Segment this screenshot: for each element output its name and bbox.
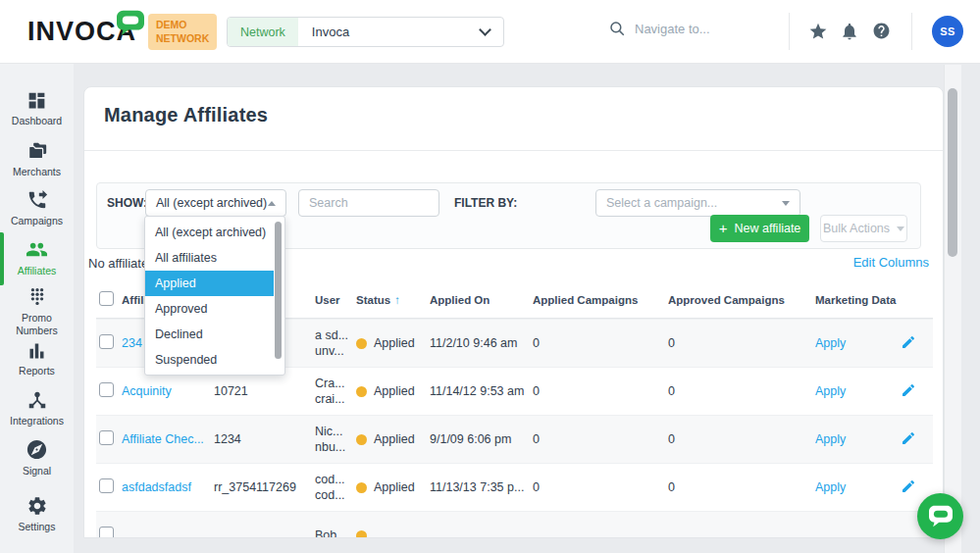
dropdown-option-highlighted[interactable]: Applied <box>145 271 274 296</box>
invoca-bubble-icon <box>116 10 145 41</box>
affiliate-id: rr_3754117269 <box>214 480 315 494</box>
gear-icon <box>26 495 48 517</box>
row-checkbox[interactable] <box>99 430 114 445</box>
show-filter-select[interactable]: All (except archived) <box>145 189 286 217</box>
show-label: SHOW: <box>107 196 147 210</box>
campaigns-icon <box>26 189 48 211</box>
caret-down-icon <box>897 226 904 231</box>
bell-icon[interactable] <box>840 22 859 45</box>
dropdown-option[interactable]: Declined <box>145 322 274 347</box>
page-scrollbar-track[interactable] <box>944 65 961 553</box>
campaign-filter-select[interactable]: Select a campaign... <box>595 189 800 217</box>
sidebar-item-integrations[interactable]: Integrations <box>0 389 74 427</box>
compass-icon <box>26 438 48 461</box>
header-divider <box>911 13 912 50</box>
dropdown-option[interactable]: Suspended <box>145 347 274 373</box>
sidebar-item-dashboard[interactable]: Dashboard <box>0 90 74 127</box>
sidebar-item-reports[interactable]: Reports <box>0 340 74 377</box>
applied-campaigns-count: 0 <box>533 480 668 494</box>
edit-pencil-icon[interactable] <box>901 478 916 494</box>
sidebar-item-campaigns[interactable]: Campaigns <box>0 189 74 227</box>
edit-pencil-icon[interactable] <box>901 382 916 398</box>
network-selector[interactable]: Network Invoca <box>227 17 504 47</box>
column-applied-on[interactable]: Applied On <box>430 294 533 306</box>
approved-campaigns-count: 0 <box>668 384 815 398</box>
affiliate-user: a sd...unv... <box>315 327 356 360</box>
edit-columns-link[interactable]: Edit Columns <box>853 255 929 270</box>
status-dot-icon <box>356 386 367 397</box>
affiliate-id: 1234 <box>214 432 315 446</box>
affiliate-name-link[interactable]: Affiliate Chec... <box>122 432 214 446</box>
plus-icon: + <box>719 220 728 236</box>
row-checkbox[interactable] <box>99 334 114 349</box>
new-affiliate-button[interactable]: + New affiliate <box>710 215 809 242</box>
edit-pencil-icon[interactable] <box>901 430 916 446</box>
row-checkbox[interactable] <box>99 478 114 493</box>
applied-campaigns-count: 0 <box>533 384 668 398</box>
apply-link[interactable]: Apply <box>815 432 901 446</box>
help-icon[interactable] <box>872 22 891 44</box>
affiliate-search-input[interactable] <box>298 189 439 217</box>
sidebar-item-merchants[interactable]: Merchants <box>0 140 74 178</box>
divider <box>84 150 943 151</box>
sidebar-item-settings[interactable]: Settings <box>0 495 74 533</box>
sidebar-item-signal[interactable]: Signal <box>0 438 74 478</box>
row-checkbox[interactable] <box>99 382 114 397</box>
select-all-checkbox[interactable] <box>99 291 114 306</box>
status-badge: Applied <box>356 336 430 350</box>
bulk-actions-button[interactable]: Bulk Actions <box>820 215 907 242</box>
dropdown-scrollbar-thumb[interactable] <box>275 222 282 359</box>
applied-on: 11/13/13 7:35 p... <box>430 480 533 494</box>
dropdown-option[interactable]: All (except archived) <box>145 220 274 245</box>
merchants-icon <box>26 140 48 162</box>
page-title: Manage Affiliates <box>104 104 268 126</box>
affiliate-name-link[interactable]: Acquinity <box>122 384 214 398</box>
column-status[interactable]: Status↑ <box>356 294 430 306</box>
sidebar: Dashboard Merchants Campaigns Affiliates… <box>0 64 74 553</box>
column-marketing-data[interactable]: Marketing Data <box>815 294 901 306</box>
sidebar-item-affiliates[interactable]: Affiliates <box>0 238 74 277</box>
apply-link[interactable]: Apply <box>815 336 901 350</box>
caret-up-icon <box>268 201 276 206</box>
affiliate-user: Bob... <box>315 528 356 538</box>
dropdown-option[interactable]: Approved <box>145 296 274 322</box>
show-filter-dropdown: All (except archived) All affiliates App… <box>144 216 285 376</box>
apply-link[interactable]: Apply <box>815 480 901 494</box>
status-dot-icon <box>356 530 367 539</box>
status-dot-icon <box>356 434 367 445</box>
top-header: INVOCA DEMO NETWORK Network Invoca SS <box>0 0 980 64</box>
table-row: Bob... <box>96 511 933 538</box>
column-approved-campaigns[interactable]: Approved Campaigns <box>668 294 815 306</box>
navigate-to-input[interactable] <box>635 22 777 36</box>
approved-campaigns-count: 0 <box>668 432 815 446</box>
column-user[interactable]: User <box>315 294 356 306</box>
status-badge: Applied <box>356 480 430 494</box>
status-badge <box>356 530 430 539</box>
column-applied-campaigns[interactable]: Applied Campaigns <box>533 294 668 306</box>
table-row: Affiliate Chec... 1234 Nic...nbu... Appl… <box>96 415 933 463</box>
chat-widget-button[interactable] <box>917 493 963 539</box>
row-checkbox[interactable] <box>99 527 114 538</box>
page-scrollbar-thumb[interactable] <box>948 88 957 257</box>
sort-asc-icon: ↑ <box>394 294 400 306</box>
applied-campaigns-count: 0 <box>533 336 668 350</box>
header-divider <box>789 13 790 50</box>
sidebar-item-promo-numbers[interactable]: Promo Numbers <box>0 286 74 336</box>
table-row: asfdadsfadsf rr_3754117269 cod...cod... … <box>96 463 933 511</box>
dropdown-option[interactable]: All affiliates <box>145 245 274 271</box>
bar-chart-icon <box>26 340 47 361</box>
affiliate-user: Cra...crai... <box>315 376 356 408</box>
status-badge: Applied <box>356 384 430 398</box>
approved-campaigns-count: 0 <box>668 480 815 494</box>
apply-link[interactable]: Apply <box>815 384 901 398</box>
applied-on: 11/2/10 9:46 am <box>430 336 533 350</box>
affiliate-name-link[interactable]: asfdadsfadsf <box>122 480 214 494</box>
approved-campaigns-count: 0 <box>668 336 815 350</box>
user-avatar[interactable]: SS <box>932 16 963 47</box>
chevron-down-icon <box>479 24 491 36</box>
global-search[interactable] <box>608 20 777 37</box>
integrations-icon <box>26 389 48 411</box>
star-icon[interactable] <box>808 22 828 45</box>
active-indicator <box>0 232 4 285</box>
edit-pencil-icon[interactable] <box>901 334 916 350</box>
